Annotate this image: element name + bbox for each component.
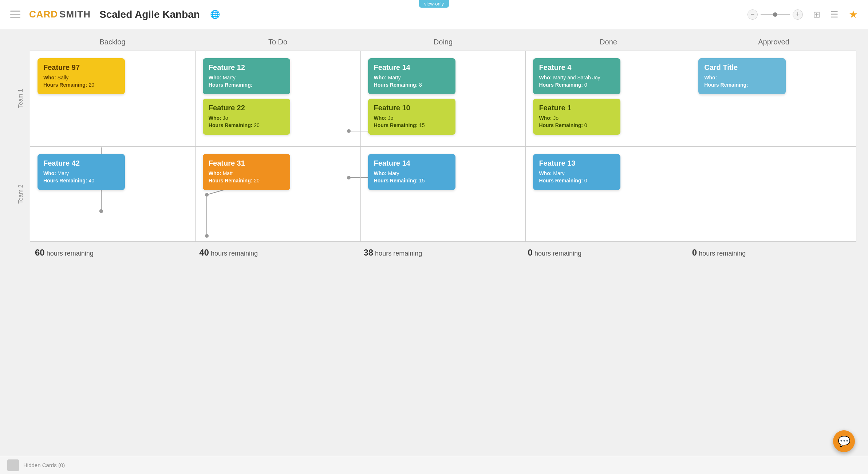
card-title-placeholder-hours: Hours Remaining: bbox=[704, 82, 780, 88]
card-title-placeholder[interactable]: Card Title Who: Hours Remaining: bbox=[698, 58, 786, 94]
team2-row: Feature 42 Who: Mary Hours Remaining: 40… bbox=[30, 147, 856, 241]
list-view-icon[interactable]: ☰ bbox=[830, 9, 839, 20]
chat-icon: 💬 bbox=[838, 435, 851, 447]
view-only-badge: view-only bbox=[419, 0, 449, 8]
team2-todo-cell: Feature 31 Who: Matt Hours Remaining: 20 bbox=[196, 147, 361, 241]
card-feature14-t1[interactable]: Feature 14 Who: Marty Hours Remaining: 8 bbox=[368, 58, 455, 94]
team2-approved-cell bbox=[691, 147, 856, 241]
hidden-cards-text: Hidden Cards (0) bbox=[23, 462, 65, 468]
card-feature4-who: Who: Marty and Sarah Joy bbox=[539, 75, 615, 80]
card-feature13-hours: Hours Remaining: 0 bbox=[539, 178, 615, 183]
card-feature1[interactable]: Feature 1 Who: Jo Hours Remaining: 0 bbox=[533, 99, 620, 135]
doing-total: 38 hours remaining bbox=[363, 248, 528, 258]
bottom-bar: Hidden Cards (0) bbox=[0, 456, 868, 474]
card-feature22-who: Who: Jo bbox=[209, 115, 284, 121]
star-icon[interactable]: ★ bbox=[849, 8, 858, 20]
card-feature97-title: Feature 97 bbox=[43, 63, 119, 72]
team1-doing-cell: Feature 14 Who: Marty Hours Remaining: 8… bbox=[361, 51, 526, 146]
team2-doing-cell: Feature 14 Who: Mary Hours Remaining: 15 bbox=[361, 147, 526, 241]
team2-backlog-cell: Feature 42 Who: Mary Hours Remaining: 40 bbox=[30, 147, 196, 241]
logo: CARDSMITH bbox=[29, 9, 91, 20]
card-feature14-t1-hours: Hours Remaining: 8 bbox=[374, 82, 450, 88]
card-feature14-t1-who: Who: Marty bbox=[374, 75, 450, 80]
card-feature22-hours: Hours Remaining: 20 bbox=[209, 122, 284, 128]
card-feature12-hours: Hours Remaining: bbox=[209, 82, 284, 88]
card-title-placeholder-title: Card Title bbox=[704, 63, 780, 72]
card-feature1-hours: Hours Remaining: 0 bbox=[539, 122, 615, 128]
card-feature10[interactable]: Feature 10 Who: Jo Hours Remaining: 15 bbox=[368, 99, 455, 135]
board-title: Scaled Agile Kanban bbox=[99, 9, 200, 20]
col-header-todo: To Do bbox=[195, 38, 360, 46]
team1-label: Team 1 bbox=[17, 89, 24, 108]
card-feature12-who: Who: Marty bbox=[209, 75, 284, 80]
card-feature42[interactable]: Feature 42 Who: Mary Hours Remaining: 40 bbox=[38, 154, 125, 190]
card-feature14-t2-title: Feature 14 bbox=[374, 159, 450, 167]
card-feature42-hours: Hours Remaining: 40 bbox=[43, 178, 119, 183]
row-labels: Team 1 Team 2 bbox=[12, 51, 30, 242]
card-feature12-title: Feature 12 bbox=[209, 63, 284, 72]
row-label-team2: Team 2 bbox=[12, 146, 30, 242]
card-feature12[interactable]: Feature 12 Who: Marty Hours Remaining: bbox=[203, 58, 290, 94]
done-total: 0 hours remaining bbox=[528, 248, 692, 258]
row-label-team1: Team 1 bbox=[12, 51, 30, 146]
menu-icon[interactable] bbox=[10, 8, 23, 21]
todo-total: 40 hours remaining bbox=[199, 248, 363, 258]
app-header: CARDSMITH Scaled Agile Kanban 🌐 view-onl… bbox=[0, 0, 868, 29]
team1-todo-cell: Feature 12 Who: Marty Hours Remaining: F… bbox=[196, 51, 361, 146]
card-feature10-who: Who: Jo bbox=[374, 115, 450, 121]
grid-view-icon[interactable]: ⊞ bbox=[813, 9, 820, 20]
card-feature4[interactable]: Feature 4 Who: Marty and Sarah Joy Hours… bbox=[533, 58, 620, 94]
card-feature14-t2-who: Who: Mary bbox=[374, 170, 450, 176]
board-footer: 60 hours remaining 40 hours remaining 38… bbox=[35, 248, 856, 258]
logo-smith: SMITH bbox=[59, 9, 91, 20]
board-wrapper: Team 1 Team 2 bbox=[12, 51, 856, 242]
backlog-total: 60 hours remaining bbox=[35, 248, 199, 258]
card-feature14-t2[interactable]: Feature 14 Who: Mary Hours Remaining: 15 bbox=[368, 154, 455, 190]
card-feature4-hours: Hours Remaining: 0 bbox=[539, 82, 615, 88]
col-header-done: Done bbox=[526, 38, 691, 46]
card-feature97-who: Who: Sally bbox=[43, 75, 119, 80]
main-board-area: Backlog To Do Doing Done Approved Team 1… bbox=[0, 29, 868, 456]
card-feature97-hours: Hours Remaining: 20 bbox=[43, 82, 119, 88]
card-feature31[interactable]: Feature 31 Who: Matt Hours Remaining: 20 bbox=[203, 154, 290, 190]
col-header-backlog: Backlog bbox=[30, 38, 195, 46]
card-feature42-who: Who: Mary bbox=[43, 170, 119, 176]
card-feature4-title: Feature 4 bbox=[539, 63, 615, 72]
card-feature13-title: Feature 13 bbox=[539, 159, 615, 167]
card-title-placeholder-who: Who: bbox=[704, 75, 780, 80]
card-feature10-title: Feature 10 bbox=[374, 104, 450, 112]
header-left: CARDSMITH Scaled Agile Kanban 🌐 bbox=[10, 8, 220, 21]
team1-approved-cell: Card Title Who: Hours Remaining: bbox=[691, 51, 856, 146]
card-feature1-who: Who: Jo bbox=[539, 115, 615, 121]
chat-button[interactable]: 💬 bbox=[833, 430, 855, 452]
zoom-dot bbox=[773, 12, 777, 17]
zoom-out-button[interactable]: − bbox=[747, 9, 758, 20]
board-grid: Feature 97 Who: Sally Hours Remaining: 2… bbox=[30, 51, 856, 242]
card-feature22-title: Feature 22 bbox=[209, 104, 284, 112]
header-right: − + ⊞ ☰ ★ bbox=[747, 8, 858, 20]
card-feature10-hours: Hours Remaining: 15 bbox=[374, 122, 450, 128]
team1-row: Feature 97 Who: Sally Hours Remaining: 2… bbox=[30, 51, 856, 147]
team1-done-cell: Feature 4 Who: Marty and Sarah Joy Hours… bbox=[526, 51, 691, 146]
card-feature42-title: Feature 42 bbox=[43, 159, 119, 167]
card-feature14-t2-hours: Hours Remaining: 15 bbox=[374, 178, 450, 183]
card-feature14-t1-title: Feature 14 bbox=[374, 63, 450, 72]
card-feature13[interactable]: Feature 13 Who: Mary Hours Remaining: 0 bbox=[533, 154, 620, 190]
hidden-cards-icon bbox=[7, 459, 19, 471]
team1-backlog-cell: Feature 97 Who: Sally Hours Remaining: 2… bbox=[30, 51, 196, 146]
col-header-doing: Doing bbox=[360, 38, 526, 46]
card-feature31-hours: Hours Remaining: 20 bbox=[209, 178, 284, 183]
card-feature13-who: Who: Mary bbox=[539, 170, 615, 176]
card-feature1-title: Feature 1 bbox=[539, 104, 615, 112]
col-header-approved: Approved bbox=[691, 38, 856, 46]
card-feature31-who: Who: Matt bbox=[209, 170, 284, 176]
card-feature31-title: Feature 31 bbox=[209, 159, 284, 167]
logo-card: CARD bbox=[29, 9, 58, 20]
card-feature22[interactable]: Feature 22 Who: Jo Hours Remaining: 20 bbox=[203, 99, 290, 135]
globe-icon[interactable]: 🌐 bbox=[210, 10, 220, 19]
zoom-in-button[interactable]: + bbox=[793, 9, 803, 20]
zoom-slider[interactable] bbox=[761, 14, 790, 15]
card-feature97[interactable]: Feature 97 Who: Sally Hours Remaining: 2… bbox=[38, 58, 125, 94]
column-headers: Backlog To Do Doing Done Approved bbox=[12, 38, 856, 46]
team2-done-cell: Feature 13 Who: Mary Hours Remaining: 0 bbox=[526, 147, 691, 241]
